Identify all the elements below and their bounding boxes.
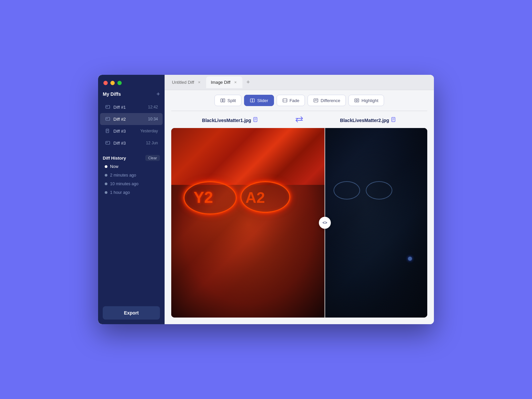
image-icon	[105, 140, 111, 146]
right-image-name: BlackLivesMatter2.jpg	[340, 118, 389, 123]
svg-text:Y2: Y2	[194, 189, 213, 206]
toolbar: Split Slider Fade Difference Highlight	[165, 90, 434, 111]
left-image-name: BlackLivesMatter1.jpg	[202, 118, 251, 123]
right-image	[325, 128, 427, 318]
tab-close-button[interactable]: ✕	[233, 80, 238, 85]
tool-label: Fade	[290, 98, 300, 103]
right-file-icon[interactable]	[391, 117, 396, 124]
svg-point-17	[356, 100, 358, 101]
svg-rect-3	[106, 118, 108, 119]
image-icon	[105, 104, 111, 110]
svg-rect-11	[223, 99, 225, 102]
tool-fade-button[interactable]: Fade	[277, 95, 305, 106]
left-file-icon[interactable]	[253, 117, 258, 124]
export-button[interactable]: Export	[103, 306, 160, 320]
history-item[interactable]: 2 minutes ago	[105, 173, 160, 178]
highlight-icon	[354, 98, 359, 103]
dark-ring-right	[366, 181, 392, 200]
svg-rect-19	[254, 118, 256, 119]
svg-rect-5	[107, 130, 108, 130]
history-section: Diff History Clear Now 2 minutes ago 10 …	[98, 155, 165, 195]
tab-image-diff[interactable]: Image Diff ✕	[206, 76, 242, 88]
sidebar-item-diff-3a[interactable]: Diff #3 Yesterday	[100, 125, 163, 137]
diff-time: Yesterday	[140, 129, 158, 133]
image-area: BlackLivesMatter1.jpg	[165, 111, 434, 324]
svg-rect-4	[106, 129, 109, 133]
diff-name: Diff #3	[113, 129, 140, 134]
sidebar: My Diffs + Diff #1 12:42 Diff #2 10:34 D…	[98, 75, 165, 324]
svg-rect-6	[107, 131, 108, 131]
svg-rect-10	[221, 99, 222, 102]
image-icon	[105, 116, 111, 122]
tool-highlight-button[interactable]: Highlight	[348, 95, 384, 106]
history-dot	[105, 174, 107, 177]
diff-name: Diff #1	[113, 105, 148, 110]
svg-rect-16	[355, 99, 359, 102]
diff-time: 12:42	[148, 105, 158, 109]
history-item[interactable]: 10 minutes ago	[105, 182, 160, 186]
history-item[interactable]: 1 hour ago	[105, 190, 160, 195]
diff-name: Diff #3	[113, 141, 146, 146]
history-header: Diff History Clear	[103, 155, 160, 161]
svg-rect-23	[392, 118, 394, 119]
tool-slider-button[interactable]: Slider	[244, 95, 274, 106]
tool-label: Slider	[257, 98, 268, 103]
diff-time: 12 Jun	[146, 141, 158, 145]
history-dot	[105, 191, 107, 194]
tool-split-button[interactable]: Split	[214, 95, 241, 106]
slider-knob[interactable]: <>	[319, 217, 331, 229]
svg-rect-15	[314, 99, 318, 102]
svg-rect-25	[392, 120, 394, 120]
sidebar-item-diff-1[interactable]: Diff #1 12:42	[100, 101, 163, 113]
history-dot	[105, 183, 107, 185]
left-image: Y2 A2	[171, 128, 325, 318]
main-content: Untitled Diff ✕ Image Diff ✕ + Split Sli…	[165, 75, 434, 324]
tab-bar: Untitled Diff ✕ Image Diff ✕ +	[165, 75, 434, 90]
maximize-dot[interactable]	[117, 81, 122, 85]
svg-rect-1	[106, 106, 108, 107]
blue-dot	[408, 257, 412, 261]
tab-label: Untitled Diff	[172, 80, 194, 85]
neon-text-left: Y2	[184, 181, 237, 214]
diff-name: Diff #2	[113, 117, 148, 122]
image-container: Y2 A2 <>	[171, 128, 427, 318]
add-tab-button[interactable]: +	[244, 77, 253, 87]
svg-rect-24	[392, 119, 394, 119]
slider-icon	[250, 98, 255, 103]
window-controls	[98, 75, 165, 90]
svg-rect-21	[254, 120, 256, 120]
image-labels: BlackLivesMatter1.jpg	[171, 116, 427, 124]
history-label: Now	[110, 164, 118, 169]
sidebar-header: My Diffs +	[98, 90, 165, 101]
svg-rect-20	[254, 119, 256, 119]
sidebar-footer: Export	[98, 302, 165, 324]
right-label-group: BlackLivesMatter2.jpg	[309, 117, 427, 124]
history-dot	[105, 165, 107, 168]
tool-difference-button[interactable]: Difference	[308, 95, 346, 106]
close-dot[interactable]	[103, 81, 108, 85]
history-item[interactable]: Now	[105, 164, 160, 169]
swap-button[interactable]	[295, 116, 304, 124]
left-label-group: BlackLivesMatter1.jpg	[171, 117, 289, 124]
dark-ring-left	[333, 181, 360, 200]
difference-icon	[313, 98, 319, 103]
tab-close-button[interactable]: ✕	[197, 80, 201, 85]
sidebar-item-diff-3b[interactable]: Diff #3 12 Jun	[100, 137, 163, 149]
history-list: Now 2 minutes ago 10 minutes ago 1 hour …	[103, 164, 160, 195]
dark-glasses	[330, 176, 402, 232]
tool-label: Difference	[321, 98, 340, 103]
add-diff-button[interactable]: +	[156, 91, 160, 97]
neon-text-right: A2	[240, 181, 290, 213]
diff-list: Diff #1 12:42 Diff #2 10:34 Diff #3 Yest…	[98, 101, 165, 149]
svg-text:A2: A2	[245, 189, 265, 206]
minimize-dot[interactable]	[110, 81, 115, 85]
split-icon	[220, 98, 225, 103]
file-icon	[105, 128, 111, 134]
diff-time: 10:34	[148, 117, 158, 121]
clear-history-button[interactable]: Clear	[145, 155, 160, 161]
svg-rect-7	[107, 131, 108, 132]
sidebar-item-diff-2[interactable]: Diff #2 10:34	[100, 113, 163, 125]
sidebar-title: My Diffs	[103, 91, 121, 97]
tab-untitled-diff[interactable]: Untitled Diff ✕	[167, 76, 206, 88]
tool-label: Highlight	[361, 98, 378, 103]
